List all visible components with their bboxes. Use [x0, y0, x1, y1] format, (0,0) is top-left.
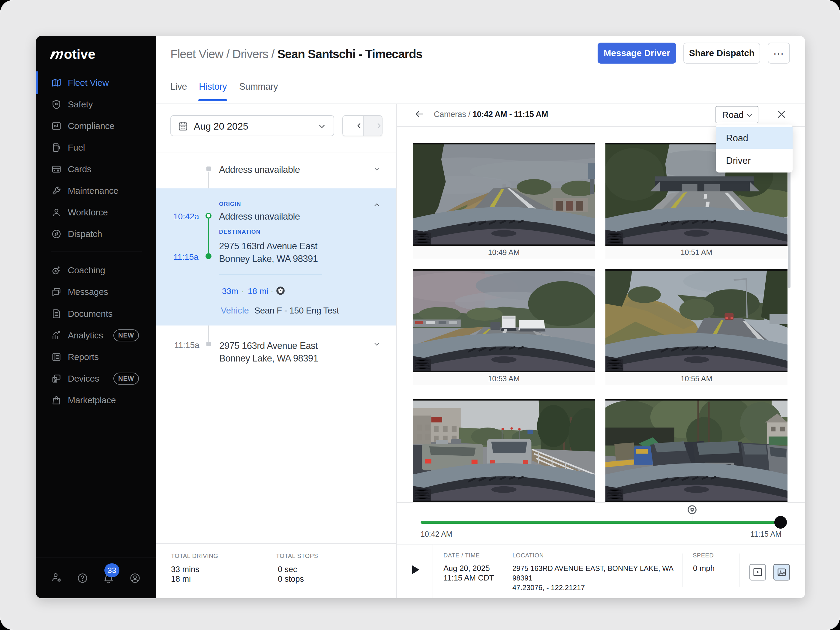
svg-text:otive: otive: [64, 46, 95, 61]
